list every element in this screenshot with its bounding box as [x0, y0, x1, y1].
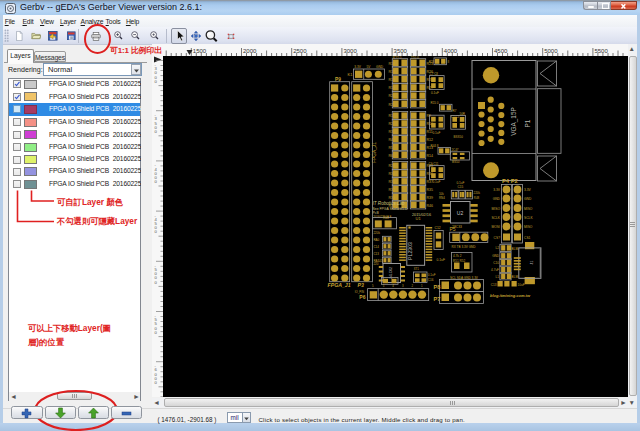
svg-text:0.1uF: 0.1uF — [437, 258, 445, 262]
svg-text:CS?: CS? — [494, 236, 501, 240]
svg-text:R16: R16 — [389, 62, 396, 66]
svg-text:3.3V: 3.3V — [524, 188, 532, 192]
svg-text:FPGA_J1: FPGA_J1 — [372, 142, 377, 163]
svg-text:220 0: 220 0 — [411, 56, 419, 60]
svg-text:P3: P3 — [358, 282, 364, 288]
svg-text:FPGA_J1: FPGA_J1 — [328, 282, 351, 288]
svg-text:C9 C11: C9 C11 — [429, 162, 439, 166]
svg-text:PL2303: PL2303 — [407, 242, 413, 260]
svg-text:VGA_15P: VGA_15P — [510, 107, 518, 135]
svg-text:5500: 5500 — [594, 48, 608, 54]
svg-text:XT1: XT1 — [414, 267, 420, 271]
svg-text:R18: R18 — [389, 78, 396, 82]
svg-text:R46: R46 — [427, 204, 434, 208]
svg-text:BLM: BLM — [512, 247, 519, 251]
svg-text:GND: GND — [492, 254, 500, 258]
svg-text:R32: R32 — [389, 188, 396, 192]
svg-text:R17: R17 — [389, 70, 396, 74]
svg-text:3000: 3000 — [343, 48, 357, 54]
svg-text:MISO: MISO — [524, 207, 533, 211]
svg-text:R31: R31 — [389, 180, 396, 184]
svg-text:4.7k 2: 4.7k 2 — [453, 254, 462, 258]
svg-text:C13: C13 — [373, 252, 379, 256]
svg-text:4.7uF: 4.7uF — [491, 268, 499, 272]
svg-text:0.1uF: 0.1uF — [428, 273, 436, 277]
svg-text:5V: 5V — [367, 65, 372, 69]
svg-text:RN4: RN4 — [439, 196, 445, 200]
svg-text:5: 5 — [372, 284, 374, 288]
svg-text:2000: 2000 — [243, 48, 257, 54]
svg-text:BS50: BS50 — [452, 160, 460, 164]
svg-text:5000: 5000 — [544, 48, 558, 54]
svg-text:0.1uF: 0.1uF — [431, 91, 439, 95]
svg-text:R14: R14 — [427, 154, 434, 158]
svg-text:R2: R2 — [389, 122, 394, 126]
svg-text:C15: C15 — [458, 185, 464, 189]
svg-text:IT Robotics Lab: IT Robotics Lab — [373, 201, 406, 206]
svg-text:J1: J1 — [529, 260, 534, 265]
svg-text:R15 0: R15 0 — [431, 101, 439, 105]
svg-text:SCL SDA GND 3.3V: SCL SDA GND 3.3V — [450, 276, 479, 280]
svg-text:RX TB 3.3V GND: RX TB 3.3V GND — [452, 245, 477, 249]
svg-text:R7: R7 — [453, 109, 457, 113]
svg-text:4: 4 — [392, 284, 394, 288]
svg-text:R4: R4 — [389, 138, 394, 142]
svg-text:U3: U3 — [379, 259, 383, 263]
svg-text:R6: R6 — [389, 154, 394, 158]
svg-text:0.1uF: 0.1uF — [433, 180, 441, 184]
svg-text:SCLK: SCLK — [491, 216, 500, 220]
svg-text:GND: GND — [524, 197, 532, 201]
svg-text:U2: U2 — [457, 210, 464, 216]
svg-text:R48: R48 — [383, 216, 389, 220]
svg-text:2: 2 — [411, 284, 413, 288]
svg-text:R28: R28 — [429, 60, 435, 64]
svg-text:R48: R48 — [474, 196, 480, 200]
svg-text:R25: R25 — [389, 103, 396, 107]
svg-text:R12: R12 — [427, 138, 434, 142]
svg-text:SCLK: SCLK — [524, 216, 533, 220]
svg-text:1500: 1500 — [193, 48, 207, 54]
svg-text:GND: GND — [376, 65, 384, 69]
svg-text:GND: GND — [493, 197, 501, 201]
svg-text:3500: 3500 — [394, 48, 408, 54]
svg-text:3.3V: 3.3V — [493, 188, 501, 192]
svg-text:R19: R19 — [389, 86, 396, 90]
svg-text:C16: C16 — [428, 278, 434, 282]
svg-text:220k: 220k — [373, 231, 380, 235]
svg-text:P5: P5 — [450, 226, 456, 232]
svg-text:P7: P7 — [434, 296, 441, 302]
svg-text:4000: 4000 — [444, 48, 458, 54]
svg-text:R51 R52: R51 R52 — [453, 259, 465, 263]
svg-text:R20: R20 — [389, 94, 396, 98]
svg-text:R29: R29 — [389, 164, 396, 168]
svg-text:10uF: 10uF — [518, 283, 525, 287]
svg-text:P9: P9 — [335, 77, 341, 82]
svg-text:R39: R39 — [427, 196, 434, 200]
svg-text:BSS50: BSS50 — [454, 135, 464, 139]
svg-text:K1: K1 — [348, 72, 354, 77]
svg-text:R30: R30 — [389, 172, 396, 176]
svg-text:RA0: RA0 — [373, 238, 379, 242]
svg-text:220k: 220k — [474, 191, 481, 195]
svg-text:P1: P1 — [524, 119, 531, 127]
svg-text:L1: L1 — [496, 275, 500, 279]
svg-text:8: 8 — [448, 60, 450, 64]
svg-text:0.1uF: 0.1uF — [456, 181, 464, 185]
svg-text:P4 P2: P4 P2 — [502, 178, 518, 184]
svg-text:MISO: MISO — [524, 225, 533, 229]
svg-text:C13: C13 — [491, 283, 497, 287]
svg-text:R5: R5 — [389, 146, 394, 150]
svg-text:R35: R35 — [427, 188, 434, 192]
svg-text:L2: L2 — [496, 246, 500, 250]
svg-text:R3: R3 — [389, 130, 394, 134]
svg-text:3: 3 — [402, 284, 404, 288]
svg-text:2500: 2500 — [293, 48, 307, 54]
svg-text:R1: R1 — [389, 114, 394, 118]
svg-text:5: 5 — [383, 284, 385, 288]
svg-text:C10: C10 — [493, 261, 499, 265]
svg-text:4500: 4500 — [494, 48, 508, 54]
svg-text:P8: P8 — [434, 284, 441, 290]
svg-text:P6: P6 — [359, 294, 365, 300]
svg-text:C12: C12 — [435, 226, 441, 230]
svg-text:0.1uF: 0.1uF — [433, 131, 441, 135]
